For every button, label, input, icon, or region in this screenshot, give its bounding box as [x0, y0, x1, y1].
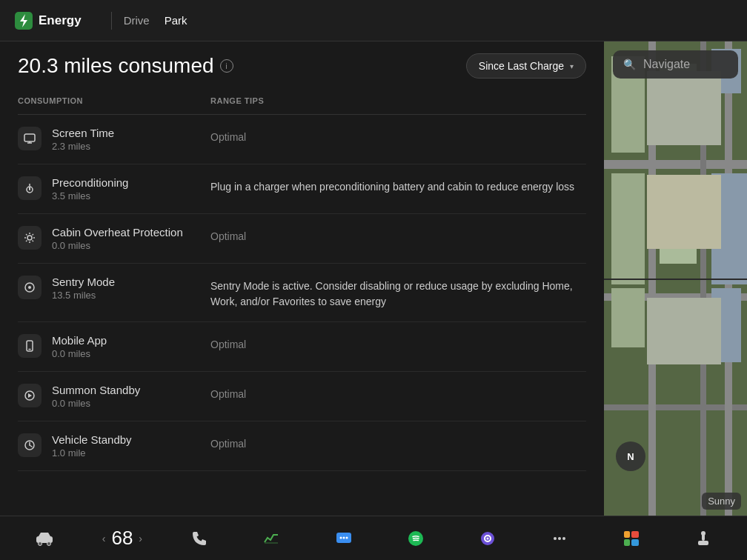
- svg-point-34: [345, 536, 348, 539]
- main-content: 20.3 miles consumed i Since Last Charge …: [0, 41, 747, 516]
- tab-park[interactable]: Park: [165, 11, 187, 30]
- taskbar: ‹ 68 ›: [0, 516, 747, 560]
- energy-chart-icon: [263, 530, 279, 547]
- mobile-app-name: Mobile App: [52, 334, 107, 347]
- car-icon: [35, 531, 54, 546]
- stats-bar: 20.3 miles consumed i Since Last Charge …: [0, 41, 604, 90]
- svg-point-28: [38, 541, 42, 545]
- row-left-screen-time: Screen Time 2.3 miles: [18, 127, 210, 152]
- cabin-overheat-icon: [18, 226, 42, 250]
- svg-point-48: [701, 531, 706, 536]
- svg-rect-44: [631, 531, 639, 538]
- svg-point-38: [486, 537, 488, 539]
- svg-rect-7: [29, 187, 30, 190]
- taskbar-messages[interactable]: [329, 524, 359, 553]
- taskbar-car[interactable]: [29, 525, 60, 552]
- spotify-icon: [408, 530, 424, 547]
- compass-button[interactable]: N: [616, 441, 645, 471]
- map-building: [611, 173, 645, 284]
- map-search-bar[interactable]: 🔍 Navigate: [613, 50, 738, 79]
- sentry-mode-info: Sentry Mode 13.5 miles: [52, 276, 115, 301]
- cabin-overheat-name: Cabin Overheat Protection: [52, 226, 183, 239]
- col-range-tips-header: RANGE TIPS: [210, 96, 586, 105]
- taskbar-controls[interactable]: [688, 524, 718, 553]
- taskbar-apps[interactable]: [617, 524, 646, 553]
- screen-time-info: Screen Time 2.3 miles: [52, 127, 114, 152]
- svg-point-33: [342, 536, 345, 539]
- summon-standby-miles: 0.0 miles: [52, 398, 140, 409]
- summon-standby-name: Summon Standby: [52, 384, 140, 396]
- speed-value: 68: [111, 527, 133, 550]
- row-left-sentry-mode: Sentry Mode 13.5 miles: [18, 276, 210, 301]
- svg-line-13: [26, 234, 27, 236]
- row-left-vehicle-standby: Vehicle Standby 1.0 mile: [18, 433, 210, 459]
- map-divider: [604, 279, 747, 280]
- svg-rect-30: [265, 542, 278, 544]
- info-icon[interactable]: i: [220, 59, 233, 73]
- phone-icon: [191, 530, 208, 547]
- vehicle-standby-info: Vehicle Standby 1.0 mile: [52, 433, 132, 459]
- svg-rect-2: [24, 134, 35, 141]
- search-icon: 🔍: [623, 59, 636, 70]
- preconditioning-miles: 3.5 miles: [52, 190, 128, 201]
- cabin-overheat-miles: 0.0 miles: [52, 240, 183, 251]
- svg-line-25: [30, 445, 32, 447]
- svg-point-18: [28, 286, 31, 289]
- mobile-app-miles: 0.0 miles: [52, 348, 107, 359]
- mobile-app-icon: [18, 334, 42, 358]
- tab-drive[interactable]: Drive: [124, 11, 150, 30]
- since-last-charge-button[interactable]: Since Last Charge ▾: [466, 53, 586, 79]
- more-icon: [551, 530, 568, 547]
- svg-line-15: [33, 234, 34, 236]
- map-building: [647, 175, 721, 249]
- app-logo: Energy: [15, 12, 82, 30]
- cabin-overheat-info: Cabin Overheat Protection 0.0 miles: [52, 226, 183, 251]
- header-tabs: Drive Park: [124, 11, 187, 30]
- cabin-overheat-tip: Optimal: [210, 226, 586, 244]
- weather-badge: Sunny: [702, 493, 741, 510]
- vehicle-standby-icon: [18, 433, 42, 457]
- taskbar-camera[interactable]: [473, 524, 502, 553]
- taskbar-spotify[interactable]: [401, 524, 431, 553]
- svg-marker-22: [28, 393, 32, 398]
- map-search-placeholder: Navigate: [643, 58, 690, 71]
- energy-logo-icon: [15, 12, 33, 30]
- svg-rect-45: [631, 539, 639, 546]
- preconditioning-icon: [18, 176, 42, 200]
- compass-label: N: [627, 451, 634, 462]
- sentry-mode-miles: 13.5 miles: [52, 290, 115, 301]
- taskbar-more[interactable]: [545, 524, 574, 553]
- screen-time-miles: 2.3 miles: [52, 141, 114, 152]
- summon-standby-icon: [18, 384, 42, 407]
- map-building: [647, 71, 721, 145]
- taskbar-energy[interactable]: [256, 524, 286, 553]
- svg-rect-46: [698, 541, 708, 545]
- svg-line-16: [26, 241, 27, 242]
- table-row: Cabin Overheat Protection 0.0 miles Opti…: [18, 214, 586, 264]
- screen-time-icon: [18, 127, 42, 150]
- row-left-preconditioning: Preconditioning 3.5 miles: [18, 176, 210, 201]
- sentry-mode-name: Sentry Mode: [52, 276, 115, 288]
- row-left-mobile-app: Mobile App 0.0 miles: [18, 334, 210, 359]
- svg-point-32: [339, 536, 342, 539]
- svg-point-39: [554, 537, 557, 540]
- svg-rect-43: [624, 539, 630, 546]
- mobile-app-info: Mobile App 0.0 miles: [52, 334, 107, 359]
- row-left-summon-standby: Summon Standby 0.0 miles: [18, 384, 210, 409]
- miles-consumed-section: 20.3 miles consumed i: [18, 54, 233, 78]
- joystick-icon: [695, 530, 711, 547]
- mobile-app-tip: Optimal: [210, 334, 586, 353]
- app-header: Energy Drive Park: [0, 0, 747, 41]
- weather-label: Sunny: [708, 496, 735, 507]
- speed-increase-button[interactable]: ›: [139, 533, 142, 544]
- taskbar-phone[interactable]: [185, 524, 214, 553]
- col-consumption-header: CONSUMPTION: [18, 96, 210, 105]
- speed-decrease-button[interactable]: ‹: [102, 533, 106, 544]
- table-row: Preconditioning 3.5 miles Plug in a char…: [18, 164, 586, 214]
- svg-rect-42: [624, 531, 630, 538]
- app-title: Energy: [39, 13, 82, 28]
- svg-marker-27: [39, 533, 50, 536]
- svg-point-40: [558, 537, 561, 540]
- miles-consumed-value: 20.3 miles consumed: [18, 54, 214, 78]
- preconditioning-info: Preconditioning 3.5 miles: [52, 176, 128, 201]
